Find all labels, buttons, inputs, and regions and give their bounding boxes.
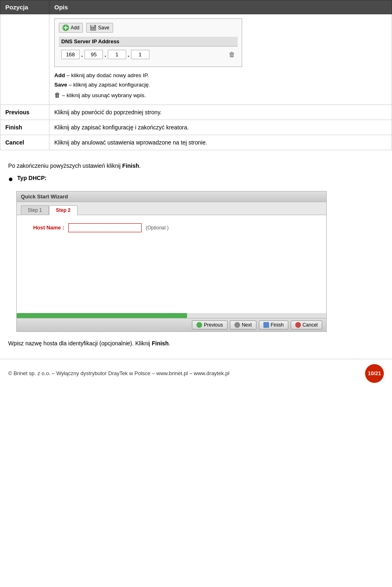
position-finish: Finish: [0, 120, 49, 135]
save-icon: [90, 24, 96, 31]
position-cancel: Cancel: [0, 135, 49, 150]
table-row-finish: Finish Kliknij aby zapisać konfigurację …: [0, 120, 392, 135]
finish-label: Finish: [5, 124, 22, 131]
footer-text: © Brinet sp. z o.o. – Wyłączny dystrybut…: [8, 370, 229, 376]
finish-bold: Finish: [122, 162, 139, 169]
host-name-label: Host Name :: [23, 225, 64, 231]
description-dns: Add Save: [49, 14, 392, 105]
previous-icon: [196, 322, 202, 328]
add-button[interactable]: Add: [59, 23, 83, 33]
add-bold: Add: [54, 72, 65, 78]
col1-header: Pozycja: [0, 0, 49, 14]
wizard-title: Quick Start Wizard: [17, 191, 326, 202]
trash-desc-line: 🗑 – kliknij aby usunąć wybrany wpis.: [54, 90, 387, 100]
ip-octet3[interactable]: [108, 50, 126, 59]
host-name-optional: (Optional ): [146, 225, 169, 231]
description-previous: Kliknij aby powrócić do poprzedniej stro…: [49, 105, 392, 120]
finish-icon: [263, 322, 269, 328]
table-row-previous: Previous Kliknij aby powrócić do poprzed…: [0, 105, 392, 120]
tab-step2[interactable]: Step 2: [49, 205, 78, 215]
cancel-icon: [295, 322, 301, 328]
svg-rect-2: [91, 28, 96, 30]
dns-toolbar: Add Save: [59, 23, 238, 33]
cancel-label: Cancel: [5, 139, 24, 146]
wizard-tabs: Step 1 Step 2: [17, 202, 326, 215]
wizard-content: Host Name : (Optional ): [17, 215, 326, 313]
description-finish: Kliknij aby zapisać konfigurację i zakoń…: [49, 120, 392, 135]
previous-label: Previous: [5, 109, 29, 116]
page-number-badge: 10/21: [365, 364, 384, 383]
save-button[interactable]: Save: [86, 23, 113, 33]
finish-instruction: Po zakończeniu powyższych ustawień klikn…: [0, 158, 392, 172]
page-footer: © Brinet sp. z o.o. – Wyłączny dystrybut…: [0, 359, 392, 388]
finish-instruction-text: Po zakończeniu powyższych ustawień klikn…: [8, 162, 140, 169]
ip-row: . . . 🗑: [61, 50, 235, 59]
wizard-box: Quick Start Wizard Step 1 Step 2 Host Na…: [16, 191, 327, 332]
col2-header: Opis: [49, 0, 392, 14]
bullet-item-dhcp: ● Typ DHCP:: [8, 175, 384, 183]
add-desc-line: Add – kliknij aby dodać nowy adres IP.: [54, 71, 387, 80]
description-text: Add – kliknij aby dodać nowy adres IP. S…: [54, 71, 387, 100]
svg-rect-1: [91, 25, 94, 27]
host-name-input[interactable]: [68, 223, 142, 232]
next-btn-label: Next: [242, 322, 252, 328]
add-suffix: – kliknij aby dodać nowy adres IP.: [65, 72, 149, 78]
wizard-next-button[interactable]: Next: [230, 320, 256, 329]
progress-bar-container: [17, 313, 326, 318]
dot1: .: [81, 51, 83, 58]
cancel-btn-label: Cancel: [303, 322, 318, 328]
save-icon-svg: [90, 24, 96, 31]
bullet-label: Typ DHCP:: [17, 175, 47, 181]
dns-server-label: DNS Server IP Address: [59, 37, 238, 47]
save-bold: Save: [54, 82, 67, 88]
position-dns: [0, 14, 49, 105]
add-icon: [62, 24, 69, 31]
dot3: .: [128, 51, 129, 58]
save-label: Save: [98, 25, 109, 31]
wizard-finish-button[interactable]: Finish: [259, 320, 288, 329]
wpisz-end: .: [169, 340, 170, 347]
wpisz-main: Wpisz nazwę hosta dla identyfikacji (opc…: [8, 340, 152, 347]
wizard-footer: Previous Next Finish Cancel: [17, 318, 326, 331]
description-cancel: Kliknij aby anulować ustawienia wprowadz…: [49, 135, 392, 150]
next-icon: [234, 322, 240, 328]
dns-box: Add Save: [54, 18, 242, 67]
save-desc-line: Save – kliknij aby zapisać konfigurację.: [54, 80, 387, 90]
finish-btn-label: Finish: [271, 322, 284, 328]
wizard-previous-button[interactable]: Previous: [192, 320, 227, 329]
wizard-cancel-button[interactable]: Cancel: [291, 320, 322, 329]
ip-octet4[interactable]: [131, 50, 149, 59]
table-row-dns: Add Save: [0, 14, 392, 105]
tab-step1[interactable]: Step 1: [21, 205, 49, 215]
ip-octet1[interactable]: [61, 50, 80, 59]
position-previous: Previous: [0, 105, 49, 120]
table-row-cancel: Cancel Kliknij aby anulować ustawienia w…: [0, 135, 392, 150]
wpisz-bold: Finish: [152, 340, 169, 347]
save-suffix: – kliknij aby zapisać konfigurację.: [67, 82, 150, 88]
trash-suffix: – kliknij aby usunąć wybrany wpis.: [60, 92, 146, 98]
progress-bar: [17, 313, 187, 318]
add-label: Add: [71, 25, 79, 31]
main-table: Pozycja Opis Add: [0, 0, 392, 150]
ip-octet2[interactable]: [85, 50, 103, 59]
previous-btn-label: Previous: [204, 322, 223, 328]
bullet-section: ● Typ DHCP:: [0, 172, 392, 187]
wpisz-text: Wpisz nazwę hosta dla identyfikacji (opc…: [0, 336, 392, 351]
bullet-dot: ●: [8, 175, 13, 183]
dot2: .: [105, 51, 106, 58]
trash-inline-icon: 🗑: [54, 90, 60, 100]
trash-button[interactable]: 🗑: [229, 51, 235, 58]
host-name-row: Host Name : (Optional ): [23, 223, 320, 232]
